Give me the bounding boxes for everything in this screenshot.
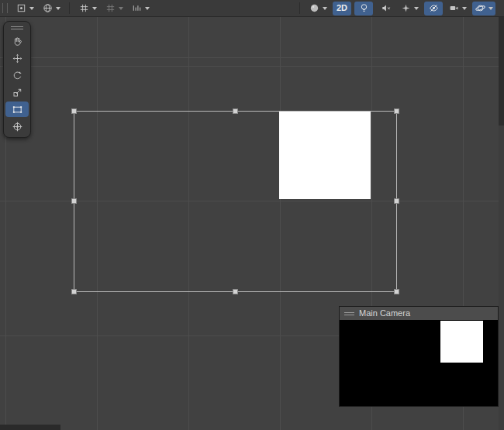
rotate-tool-button[interactable] — [5, 67, 29, 83]
camera-view-button[interactable] — [446, 2, 469, 15]
scene-visibility-button[interactable] — [424, 2, 443, 15]
camera-preview-title: Main Camera — [359, 309, 410, 318]
rect-corners-icon — [12, 104, 23, 115]
scale-icon — [12, 87, 23, 98]
tool-handle-rotation-button[interactable] — [40, 2, 63, 15]
eye-slash-icon — [428, 2, 440, 14]
effects-button[interactable] — [398, 2, 421, 15]
toolbar-separator — [69, 2, 70, 14]
camera-preview-viewport — [340, 320, 498, 406]
dropdown-caret-icon — [119, 7, 123, 10]
2d-toggle-button[interactable]: 2D — [333, 2, 351, 15]
dropdown-caret-icon — [488, 7, 493, 10]
toolbar-separator — [299, 2, 300, 14]
hand-icon — [12, 36, 23, 47]
camera-preview-header[interactable]: Main Camera — [340, 307, 498, 320]
rect-handle-top-middle[interactable] — [233, 108, 238, 114]
rect-handle-bottom-middle[interactable] — [233, 289, 238, 294]
pivot-icon — [16, 2, 27, 14]
rect-handle-middle-left[interactable] — [71, 198, 77, 204]
increment-snap-button[interactable] — [102, 2, 126, 15]
dropdown-caret-icon — [414, 7, 419, 10]
tool-handle-position-button[interactable] — [13, 2, 36, 15]
grid-snap-button[interactable] — [76, 2, 99, 15]
effects-star-icon — [400, 2, 412, 14]
move-arrows-icon — [12, 53, 23, 64]
video-camera-icon — [448, 2, 460, 14]
selection-rect-outline — [74, 111, 397, 292]
rect-handle-bottom-left[interactable] — [71, 289, 77, 294]
speaker-muted-icon — [380, 2, 392, 14]
rect-handle-middle-right[interactable] — [394, 198, 399, 204]
transform-icon — [12, 121, 23, 132]
rect-handle-top-right[interactable] — [394, 108, 399, 114]
panel-drag-handle-icon — [344, 311, 354, 316]
bottom-left-strip — [0, 425, 60, 430]
rect-handle-top-left[interactable] — [71, 108, 77, 114]
snap-bars-icon — [131, 2, 143, 14]
shading-mode-button[interactable] — [306, 2, 330, 15]
scene-audio-button[interactable] — [376, 2, 395, 15]
lightbulb-icon — [358, 2, 370, 14]
dropdown-caret-icon — [56, 7, 60, 10]
overlay-drag-handle-icon[interactable] — [11, 24, 23, 31]
snap-settings-button[interactable] — [129, 2, 152, 15]
2d-toggle-label: 2D — [337, 4, 347, 12]
gizmo-sphere-icon — [475, 2, 486, 14]
vertical-scrollbar-track[interactable] — [499, 17, 504, 430]
globe-icon — [42, 2, 54, 14]
vertical-scrollbar-thumb[interactable] — [499, 17, 504, 126]
scene-lighting-button[interactable] — [354, 2, 373, 15]
increment-snap-icon — [105, 2, 116, 14]
tools-overlay — [3, 21, 31, 138]
toolbar-drag-handle-icon[interactable] — [2, 3, 8, 13]
rect-tool-button[interactable] — [5, 101, 29, 117]
scale-tool-button[interactable] — [5, 84, 29, 100]
dropdown-caret-icon — [29, 7, 34, 10]
dropdown-caret-icon — [92, 7, 97, 10]
transform-tool-button[interactable] — [5, 119, 29, 134]
grid-snap-icon — [78, 2, 90, 14]
rect-handle-bottom-right[interactable] — [394, 289, 399, 294]
dropdown-caret-icon — [462, 7, 467, 10]
dropdown-caret-icon — [145, 7, 150, 10]
camera-preview-sprite — [440, 321, 483, 363]
dropdown-caret-icon — [323, 7, 327, 10]
gizmos-button[interactable] — [472, 2, 495, 15]
camera-preview-panel: Main Camera — [339, 306, 499, 407]
view-hand-tool-button[interactable] — [5, 33, 29, 49]
move-tool-button[interactable] — [5, 50, 29, 66]
scene-view-toolbar: 2D — [0, 0, 504, 17]
shading-sphere-icon — [309, 2, 320, 14]
rotate-icon — [12, 70, 23, 81]
